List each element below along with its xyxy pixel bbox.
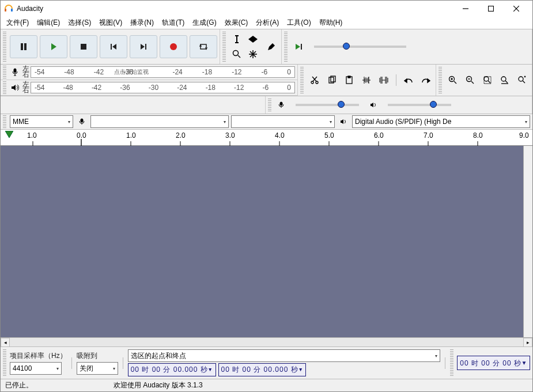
menu-file[interactable]: 文件(F) xyxy=(3,17,32,29)
maximize-button[interactable] xyxy=(478,1,504,17)
multi-tool-button[interactable] xyxy=(245,47,260,62)
drag-handle[interactable] xyxy=(284,32,288,62)
svg-point-33 xyxy=(316,81,318,84)
mic-icon[interactable] xyxy=(9,66,21,78)
play-button[interactable] xyxy=(40,35,67,58)
menu-view[interactable]: 视图(V) xyxy=(96,17,126,29)
svg-rect-10 xyxy=(111,44,112,50)
svg-marker-21 xyxy=(248,39,258,43)
zoom-fit-button[interactable] xyxy=(497,73,512,88)
menu-tools[interactable]: 工具(O) xyxy=(283,17,314,29)
play-at-speed-button[interactable] xyxy=(291,39,306,54)
svg-text:5.0: 5.0 xyxy=(324,131,334,140)
mic-icon xyxy=(275,99,288,111)
skip-end-button[interactable] xyxy=(130,35,157,58)
status-state: 已停止。 xyxy=(5,380,33,390)
scroll-left-button[interactable]: ◂ xyxy=(1,338,10,347)
device-toolbar: MME▾ ▾ ▾ Digital Audio (S/PDIF) (High De… xyxy=(1,114,532,130)
svg-text:7.0: 7.0 xyxy=(424,131,433,140)
recording-channels-combo[interactable]: ▾ xyxy=(231,115,335,128)
timeline-ruler[interactable]: 1.0 0.0 1.0 2.0 3.0 4.0 5.0 6.0 7.0 8.0 … xyxy=(1,130,532,146)
cut-button[interactable] xyxy=(307,73,322,88)
svg-line-34 xyxy=(313,77,317,81)
stop-button[interactable] xyxy=(70,35,97,58)
trim-button[interactable] xyxy=(359,73,374,88)
playback-volume-slider[interactable] xyxy=(388,104,451,106)
svg-text:0.0: 0.0 xyxy=(77,131,86,140)
drag-handle[interactable] xyxy=(3,81,6,94)
paste-button[interactable] xyxy=(342,73,357,88)
svg-marker-28 xyxy=(296,44,300,50)
svg-text:1.0: 1.0 xyxy=(27,131,37,140)
selection-end-field[interactable]: 00 时 00 分 00.000 秒▾ xyxy=(218,363,307,376)
svg-line-54 xyxy=(471,81,474,84)
redo-button[interactable] xyxy=(418,73,433,88)
svg-rect-29 xyxy=(301,44,302,50)
zoom-tool-button[interactable] xyxy=(229,47,244,62)
menu-effect[interactable]: 效果(C) xyxy=(221,17,252,29)
menu-tracks[interactable]: 轨道(T) xyxy=(158,17,188,29)
svg-point-22 xyxy=(233,51,239,56)
drag-handle[interactable] xyxy=(300,67,304,93)
volume-toolbar xyxy=(1,96,532,114)
menu-edit[interactable]: 编辑(E) xyxy=(33,17,63,29)
recording-volume-slider[interactable] xyxy=(296,104,359,106)
selection-tool-button[interactable] xyxy=(229,32,244,47)
menu-analyze[interactable]: 分析(A) xyxy=(252,17,282,29)
drag-handle[interactable] xyxy=(268,99,271,111)
speaker-icon[interactable] xyxy=(9,81,21,94)
playback-speed-slider[interactable] xyxy=(314,46,406,48)
project-rate-combo[interactable]: 44100▾ xyxy=(10,362,62,375)
svg-line-60 xyxy=(505,81,508,83)
zoom-in-button[interactable] xyxy=(445,73,460,88)
silence-button[interactable] xyxy=(376,73,391,88)
selection-mode-combo[interactable]: 选区的起点和终点▾ xyxy=(128,349,441,362)
envelope-tool-button[interactable] xyxy=(245,32,260,47)
menu-transport[interactable]: 播录(N) xyxy=(127,17,157,29)
pause-button[interactable] xyxy=(10,35,37,58)
app-logo-icon xyxy=(4,4,13,13)
snap-to-combo[interactable]: 关闭▾ xyxy=(77,362,118,375)
scroll-right-button[interactable]: ▸ xyxy=(523,338,532,347)
undo-button[interactable] xyxy=(401,73,416,88)
drag-handle[interactable] xyxy=(3,32,6,62)
drag-handle[interactable] xyxy=(439,67,442,93)
minimize-button[interactable] xyxy=(453,1,478,17)
copy-button[interactable] xyxy=(324,73,339,88)
drag-handle[interactable] xyxy=(222,32,226,62)
drag-handle[interactable] xyxy=(3,115,6,128)
svg-rect-0 xyxy=(5,9,6,12)
menu-help[interactable]: 帮助(H) xyxy=(316,17,346,29)
svg-marker-67 xyxy=(341,119,343,124)
skip-start-button[interactable] xyxy=(100,35,127,58)
svg-text:9.0: 9.0 xyxy=(519,131,529,140)
menu-generate[interactable]: 生成(G) xyxy=(189,17,220,29)
loop-button[interactable] xyxy=(190,35,217,58)
zoom-fit-sel-button[interactable] xyxy=(480,73,495,88)
drag-handle[interactable] xyxy=(3,349,6,376)
zoom-toggle-button[interactable] xyxy=(515,73,530,88)
svg-rect-9 xyxy=(81,44,86,50)
drag-handle[interactable] xyxy=(3,66,6,78)
selection-toolbar: 项目采样率（Hz） 44100▾ 吸附到 关闭▾ 选区的起点和终点▾ 00 时 … xyxy=(1,346,532,379)
svg-line-35 xyxy=(312,77,316,81)
selection-start-field[interactable]: 00 时 00 分 00.000 秒▾ xyxy=(128,363,216,376)
playback-meter[interactable]: -54-48-42-36-30-24-18-12-60 xyxy=(31,82,295,93)
recording-device-combo[interactable]: ▾ xyxy=(90,115,229,128)
audio-position-field[interactable]: 00 时 00 分 00 秒▾ xyxy=(457,356,530,370)
record-button[interactable] xyxy=(160,35,187,58)
drag-handle[interactable] xyxy=(450,349,453,376)
close-button[interactable] xyxy=(504,1,529,17)
playback-device-combo[interactable]: Digital Audio (S/PDIF) (High De▾ xyxy=(352,115,530,128)
track-area[interactable] xyxy=(1,146,523,337)
audio-host-combo[interactable]: MME▾ xyxy=(10,115,73,128)
horizontal-scrollbar[interactable]: ◂ ▸ xyxy=(1,337,532,346)
recording-meter[interactable]: -54-48-42-36-24-18-12-60 点击开始监视 xyxy=(31,66,295,78)
menu-select[interactable]: 选择(S) xyxy=(65,17,94,29)
vertical-scrollbar[interactable] xyxy=(523,146,532,337)
svg-rect-30 xyxy=(14,69,16,73)
speaker-icon xyxy=(337,115,350,128)
zoom-out-button[interactable] xyxy=(463,73,478,88)
window-title: Audacity xyxy=(17,5,453,13)
draw-tool-button[interactable] xyxy=(264,32,279,62)
